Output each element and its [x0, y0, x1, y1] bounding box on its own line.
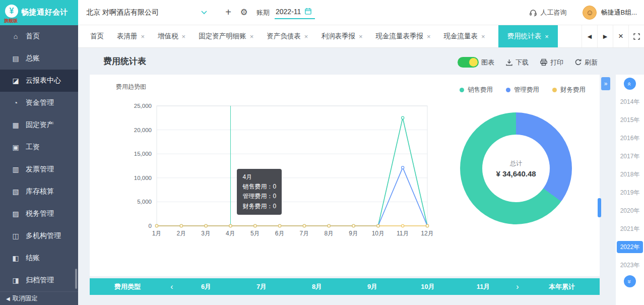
sidebar-scrollbar[interactable]	[75, 269, 77, 289]
chart-tooltip: 4月 销售费用：0 管理费用：0 财务费用：0	[237, 169, 282, 215]
svg-text:6月: 6月	[275, 230, 285, 237]
sidebar-item-general-ledger[interactable]: ▤ 总账	[0, 47, 78, 70]
sidebar-item-fixed-assets[interactable]: ▦ 固定资产	[0, 114, 78, 136]
close-tab-icon[interactable]: ×	[304, 33, 308, 40]
tab-bar: 首页 表清册 × 增值税 × 固定资产明细账 × 资产负债表 × 利润表季报 ×…	[78, 25, 644, 48]
refresh-icon	[574, 58, 582, 66]
close-tab-icon[interactable]: ×	[359, 33, 363, 40]
years-down-button[interactable]: »	[624, 275, 636, 287]
help-label: 人工咨询	[540, 8, 566, 17]
sidebar-item-invoice-management[interactable]: ▥ 发票管理	[0, 158, 78, 180]
year-item[interactable]: 2023年	[620, 256, 640, 274]
tab-label: 增值税	[158, 32, 178, 41]
period-field[interactable]: 2022-11	[275, 6, 315, 19]
tab-expense-statistics[interactable]: 费用统计表 ×	[498, 25, 558, 47]
tooltip-line: 销售费用：0	[242, 182, 276, 192]
refresh-button[interactable]: 刷新	[574, 58, 598, 67]
svg-text:7月: 7月	[300, 230, 309, 237]
sidebar-item-archive-management[interactable]: ◨ 归档管理	[0, 269, 78, 291]
legend-item-sales[interactable]: 销售费用	[460, 86, 493, 94]
sidebar-item-cloud-report-center[interactable]: ◪ 云报表中心	[0, 70, 78, 92]
scrollbar-thumb[interactable]	[598, 198, 601, 217]
year-item[interactable]: 2020年	[620, 202, 640, 220]
tab-fixed-asset-detail[interactable]: 固定资产明细账 ×	[199, 25, 253, 47]
line-chart-title: 费用趋势图	[116, 83, 146, 91]
tab-balance-sheet[interactable]: 资产负债表 ×	[267, 25, 308, 47]
year-item[interactable]: 2016年	[620, 129, 640, 147]
company-name: 北京 对啊酒店有限公司	[86, 8, 159, 17]
period-value: 2022-11	[276, 8, 301, 16]
expand-panel-button[interactable]: »	[601, 77, 610, 90]
svg-text:5月: 5月	[250, 230, 260, 237]
close-tab-icon[interactable]: ×	[141, 33, 145, 40]
fullscreen-button[interactable]	[628, 25, 644, 47]
edition-badge: 旗舰版	[4, 18, 18, 24]
year-item[interactable]: 2019年	[620, 184, 640, 202]
add-button[interactable]: +	[222, 7, 234, 18]
column-month: 9月	[345, 282, 400, 291]
sidebar-item-label: 结账	[26, 254, 40, 263]
print-button[interactable]: 打印	[540, 58, 563, 67]
prev-months-button[interactable]: ‹	[165, 282, 178, 291]
close-all-tabs-button[interactable]: ×	[613, 25, 628, 47]
year-item[interactable]: 2021年	[620, 220, 640, 238]
tab-vat[interactable]: 增值税 ×	[158, 25, 185, 47]
legend-item-admin[interactable]: 管理费用	[506, 86, 539, 94]
avatar[interactable]: ☺	[583, 6, 597, 20]
tab-profit-quarterly[interactable]: 利润表季报 ×	[321, 25, 362, 47]
sidebar-item-salary[interactable]: ▣ 工资	[0, 136, 78, 158]
sidebar-item-fund-management[interactable]: ◔ 资金管理	[0, 92, 78, 114]
donut-chart[interactable]: 总计 ¥ 34,640.48	[460, 112, 572, 224]
legend-item-finance[interactable]: 财务费用	[552, 86, 586, 94]
download-button[interactable]: 下载	[505, 58, 529, 67]
tooltip-line: 管理费用：0	[242, 192, 276, 201]
sidebar-item-label: 资金管理	[26, 98, 54, 107]
toggle-switch[interactable]	[458, 57, 479, 68]
year-item[interactable]: 2018年	[620, 165, 640, 184]
close-tab-icon[interactable]: ×	[481, 33, 485, 40]
year-item[interactable]: 2017年	[620, 147, 640, 165]
sidebar-item-tax-management[interactable]: ▨ 税务管理	[0, 203, 78, 225]
toggle-knob	[469, 58, 478, 67]
legend-dot	[506, 88, 510, 92]
expense-chart-panel: 费用趋势图 销售费用 管理费用 财务费用 05,00010,00015,0002…	[90, 75, 600, 276]
company-selector[interactable]: 北京 对啊酒店有限公司	[86, 8, 207, 17]
years-up-button[interactable]: «	[624, 78, 636, 90]
next-months-button[interactable]: ›	[511, 282, 524, 291]
tooltip-line: 4月	[242, 172, 276, 182]
tab-report-list[interactable]: 表清册 ×	[117, 25, 145, 47]
year-item[interactable]: 2014年	[620, 93, 640, 111]
tabs-next-button[interactable]: ▶	[597, 25, 613, 47]
fixed-assets-icon: ▦	[11, 121, 20, 129]
tax-icon: ▨	[11, 210, 20, 218]
tab-label: 现金流量表	[444, 32, 478, 41]
sidebar-item-inventory-accounting[interactable]: ▧ 库存核算	[0, 180, 78, 203]
year-item-selected[interactable]: 2022年	[617, 241, 643, 253]
sidebar-item-closing[interactable]: ◧ 结账	[0, 247, 78, 269]
sidebar-item-home[interactable]: ⌂ 首页	[0, 25, 78, 47]
close-tab-icon[interactable]: ×	[250, 33, 254, 40]
gear-icon[interactable]: ⚙	[237, 7, 250, 18]
tab-label: 现金流量表季报	[375, 32, 423, 41]
tab-cashflow[interactable]: 现金流量表 ×	[444, 25, 485, 47]
donut-center-label: 总计	[510, 159, 522, 168]
app-logo: ¥ 畅捷通好会计 旗舰版	[0, 0, 78, 25]
close-tab-icon[interactable]: ×	[427, 33, 431, 40]
tabs-prev-button[interactable]: ◀	[582, 25, 597, 47]
sidebar-nav: ⌂ 首页 ▤ 总账 ◪ 云报表中心 ◔ 资金管理 ▦ 固定资产 ▣ 工资 ▥ 发…	[0, 25, 78, 305]
chart-toggle[interactable]: 图表	[458, 57, 494, 68]
top-header: 北京 对啊酒店有限公司 + ⚙ 账期 2022-11 人工咨询 ☺ 畅捷通B组.…	[78, 0, 644, 25]
help-button[interactable]: 人工咨询	[529, 8, 566, 17]
tab-home[interactable]: 首页	[90, 25, 104, 47]
tab-label: 利润表季报	[321, 32, 355, 41]
close-tab-icon[interactable]: ×	[545, 33, 549, 40]
unpin-sidebar-button[interactable]: ◀ 取消固定	[0, 291, 78, 305]
sidebar-item-label: 税务管理	[26, 209, 54, 218]
legend-label: 销售费用	[468, 86, 493, 94]
tab-cashflow-quarterly[interactable]: 现金流量表季报 ×	[375, 25, 430, 47]
close-tab-icon[interactable]: ×	[182, 33, 186, 40]
user-name[interactable]: 畅捷通B组...	[601, 8, 637, 17]
sidebar-item-multi-org-management[interactable]: ◫ 多机构管理	[0, 225, 78, 247]
year-item[interactable]: 2015年	[620, 111, 640, 129]
column-year-total: 本年累计	[524, 282, 600, 291]
